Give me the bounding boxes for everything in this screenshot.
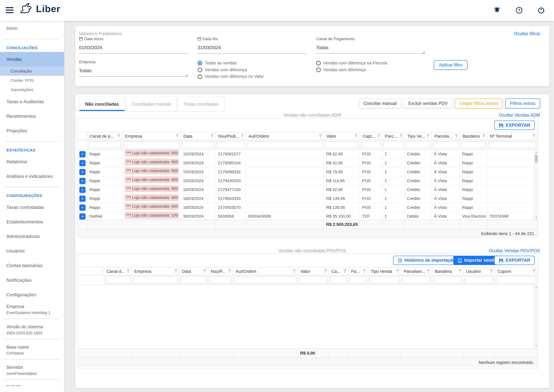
column-filter-input[interactable] [461,141,486,148]
column-filter-input[interactable] [406,141,430,148]
toolbar-button[interactable]: Excluir vendas PDV [404,98,452,109]
import-history-button[interactable]: Histórico de importação [393,256,460,265]
sidebar-item-usuarios[interactable]: Usuários [0,244,64,258]
expand-row-button[interactable]: + [79,213,86,219]
filter-funnel-icon[interactable] [324,269,327,273]
column-filter-input[interactable] [489,141,536,148]
sidebar-item-contas-bancarias[interactable]: Contas bancárias [0,258,64,273]
column-filter-input[interactable] [433,141,459,148]
column-filter-input[interactable] [180,276,207,283]
column-filter-input[interactable] [369,276,400,283]
resize-handle-icon[interactable] [185,74,187,76]
column-filter-input[interactable] [383,141,403,148]
tab-2[interactable]: Todas conciliadas [177,97,225,111]
sidebar-item-relatorios[interactable]: Relatórios [0,154,64,169]
hide-vendas-adm-link[interactable]: Ocultar Vendas ADM [499,113,540,118]
column-filter-input[interactable] [133,276,178,283]
pdv-table-scrollbar[interactable]: ▲ ▼ [534,285,538,349]
expand-row-button[interactable]: + [79,151,86,157]
hide-vendas-pdv-link[interactable]: Ocultar Vendas PDV/POS [489,248,540,253]
filter-funnel-icon[interactable] [117,134,121,138]
radio-icon[interactable] [198,74,202,79]
toolbar-button[interactable]: Conciliar manual [359,98,401,109]
filter-funnel-icon[interactable] [241,134,244,138]
adm-export-button[interactable]: EXPORTAR [494,121,535,130]
sidebar-item-projecoes[interactable]: Projeções [0,123,64,138]
menu-icon[interactable] [6,7,14,14]
column-filter-input[interactable] [88,141,121,148]
filter-funnel-icon[interactable] [399,134,403,138]
filter-funnel-icon[interactable] [458,269,462,273]
radio-icon[interactable] [198,61,202,65]
resize-handle-icon[interactable] [422,51,425,53]
filter-funnel-icon[interactable] [355,134,358,138]
scroll-down-icon[interactable]: ▼ [534,344,538,348]
column-filter-input[interactable] [209,276,232,283]
sidebar-item-estabelecimentos[interactable]: Estabelecimentos [0,214,64,229]
radio-icon[interactable] [198,67,202,72]
scroll-down-icon[interactable]: ▼ [534,216,538,219]
filter-funnel-icon[interactable] [363,269,367,273]
sidebar-item-notificacoes[interactable]: Notificações [0,273,64,287]
sidebar-item-importacoes[interactable]: Importações [0,85,64,94]
sidebar-item-configuracoes-item[interactable]: Configurações [0,287,64,302]
sidebar-item-taxas-e-auditorias[interactable]: Taxas e Auditorias [0,94,64,109]
expand-row-button[interactable]: + [79,204,86,210]
radio-vendas-option[interactable]: Todas as vendas [198,61,264,66]
radio-vendas-option[interactable]: Vendas com diferença no Valor [198,74,264,79]
filter-funnel-icon[interactable] [126,269,130,273]
radio-icon[interactable] [316,61,321,65]
filter-funnel-icon[interactable] [482,134,486,138]
column-filter-input[interactable] [465,276,494,283]
canal-pagamento-select[interactable]: Todas [316,45,425,50]
column-filter-input[interactable] [402,276,431,283]
data-fim-input[interactable]: 31/03/2024 [198,45,306,50]
toolbar-button[interactable]: Filtros extras [505,98,540,109]
pdv-export-button[interactable]: EXPORTAR [494,256,535,265]
column-filter-input[interactable] [496,276,536,283]
column-filter-input[interactable] [247,141,323,148]
column-filter-input[interactable] [182,141,214,148]
column-filter-input[interactable] [433,276,462,283]
tab-1[interactable]: Conciliadas manual [126,97,177,111]
filter-funnel-icon[interactable] [377,134,381,138]
filter-funnel-icon[interactable] [319,134,322,138]
apply-filter-button[interactable]: Aplicar filtro [434,60,468,70]
expand-row-button[interactable]: + [79,187,86,193]
filter-funnel-icon[interactable] [228,269,231,273]
column-filter-input[interactable] [299,276,327,283]
filter-funnel-icon[interactable] [176,134,179,138]
sidebar-item-confer-pos[interactable]: Confer. POS [0,76,64,85]
power-logout-icon[interactable] [537,6,546,14]
sidebar-item-conciliacao[interactable]: Conciliação [0,66,64,76]
filter-funnel-icon[interactable] [396,269,399,273]
expand-row-button[interactable]: + [79,169,86,175]
hide-filters-link[interactable]: Ocultar filtros [514,31,540,36]
sidebar-item-analises-e-indicadores[interactable]: Análises e indicadores [0,169,64,183]
radio-diferenca-option[interactable]: Vendas sem diferença [316,67,387,72]
notifications-bell-icon[interactable] [493,6,501,14]
column-filter-input[interactable] [123,141,179,148]
sidebar-item-recebimentos[interactable]: Recebimentos [0,109,64,123]
radio-vendas-option[interactable]: Vendas com diferença [198,67,264,72]
column-filter-input[interactable] [105,276,130,283]
filter-funnel-icon[interactable] [427,269,431,273]
app-logo[interactable]: Liber [20,3,60,15]
toolbar-button[interactable]: Limpar filtros extras [455,98,503,109]
filter-funnel-icon[interactable] [174,269,178,273]
column-filter-input[interactable] [325,141,359,148]
filter-funnel-icon[interactable] [532,134,536,138]
empresa-select[interactable]: Todas [79,68,188,73]
column-filter-input[interactable] [350,276,367,283]
filter-funnel-icon[interactable] [293,269,296,273]
sidebar-item-vendas[interactable]: Vendas [0,52,64,66]
scroll-up-icon[interactable]: ▲ [534,150,538,154]
column-filter-input[interactable] [234,276,297,283]
scroll-up-icon[interactable]: ▲ [534,286,538,289]
filter-funnel-icon[interactable] [210,134,214,138]
adm-table-scrollbar[interactable]: ▲ ▼ [534,150,538,220]
radio-diferenca-option[interactable]: Vendas com diferença na Parcela [316,61,387,66]
filter-funnel-icon[interactable] [489,269,493,273]
sidebar-item-taxas-contratadas[interactable]: Taxas contratadas [0,200,64,214]
filter-funnel-icon[interactable] [455,134,458,138]
